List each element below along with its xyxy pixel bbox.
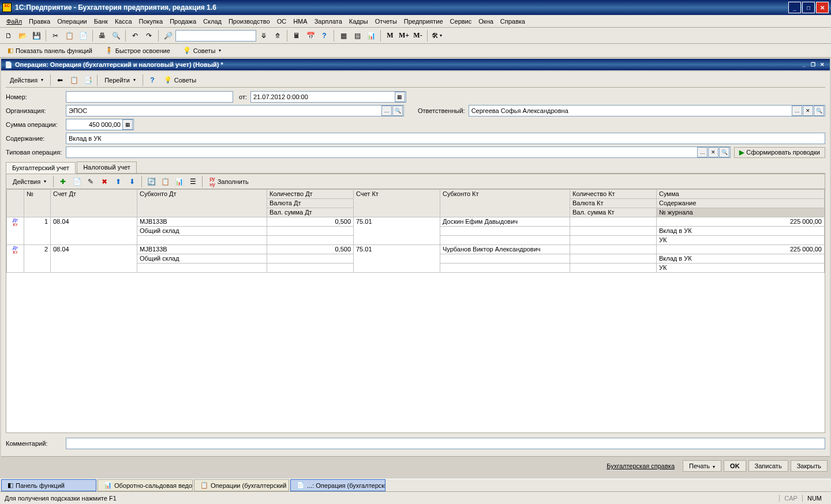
print-button[interactable]: Печать ▾ xyxy=(683,460,721,472)
grid-icon[interactable]: ▤ xyxy=(351,29,364,42)
sum-calc-icon[interactable]: ▦ xyxy=(122,119,133,130)
org-select-icon[interactable]: … xyxy=(381,106,392,116)
menu-service[interactable]: Сервис xyxy=(447,17,475,26)
redo-icon[interactable]: ↷ xyxy=(143,29,155,42)
print-icon[interactable]: 🖶 xyxy=(96,29,108,42)
quick-learn-button[interactable]: 🧍Быстрое освоение xyxy=(101,44,174,57)
col-vsum-kt[interactable]: Вал. сумма Кт xyxy=(570,208,657,217)
chart-icon[interactable]: 📊 xyxy=(365,29,377,42)
find-icon[interactable]: 🔎 xyxy=(162,29,174,42)
table-row[interactable]: ДтКт 2 08.04 MJB133B 0,500 75.01 Чурбано… xyxy=(7,245,825,254)
form-actions-button[interactable]: Действия▾ xyxy=(6,74,47,86)
undo-icon[interactable]: ↶ xyxy=(129,29,141,42)
col-journal[interactable]: № журнала xyxy=(657,208,825,217)
menu-salary[interactable]: Зарплата xyxy=(312,17,345,26)
copy-icon[interactable]: 📋 xyxy=(63,29,76,42)
date-picker-icon[interactable]: ▦ xyxy=(395,92,405,102)
search-combo[interactable] xyxy=(175,30,256,42)
save-icon[interactable]: 💾 xyxy=(30,29,43,42)
tab-accounting[interactable]: Бухгалтерский учет xyxy=(6,162,76,174)
calendar-icon[interactable]: 📅 xyxy=(304,29,317,42)
col-sub-dt[interactable]: Субконто Дт xyxy=(137,190,267,217)
typical-clear-icon[interactable]: ✕ xyxy=(708,147,718,157)
col-cur-kt[interactable]: Валюта Кт xyxy=(570,199,657,208)
col-cont[interactable]: Содержание xyxy=(657,199,825,208)
menu-staff[interactable]: Кадры xyxy=(346,17,371,26)
find-next-icon[interactable]: ⤋ xyxy=(257,29,270,42)
task-balance[interactable]: 📊 Оборотно-сальдовая ведом... xyxy=(98,479,193,491)
grid-filter-icon[interactable]: ☰ xyxy=(186,175,199,188)
doc-minimize-button[interactable]: _ xyxy=(800,61,808,69)
close-doc-button[interactable]: Закрыть xyxy=(791,460,828,472)
grid-down-icon[interactable]: ⬇ xyxy=(126,175,138,188)
org-lookup-icon[interactable]: 🔍 xyxy=(392,106,403,116)
maximize-button[interactable]: □ xyxy=(802,2,815,13)
find-prev-icon[interactable]: ⤊ xyxy=(271,29,284,42)
grid-actions-button[interactable]: Действия▾ xyxy=(9,175,50,188)
grid-settings-icon[interactable]: 📋 xyxy=(159,175,171,188)
menu-file[interactable]: Файл xyxy=(3,17,25,26)
grid-edit-icon[interactable]: ✎ xyxy=(84,175,97,188)
form-goto-button[interactable]: Перейти▾ xyxy=(100,74,140,86)
m-minus-icon[interactable]: M- xyxy=(411,29,424,42)
doc-restore-button[interactable]: ❐ xyxy=(809,61,817,69)
menu-edit[interactable]: Правка xyxy=(26,17,53,26)
task-operations[interactable]: 📋 Операции (бухгалтерский и... xyxy=(194,479,289,491)
form-tips-button[interactable]: 💡Советы xyxy=(160,74,200,86)
minimize-button[interactable]: _ xyxy=(788,2,801,13)
menu-cash[interactable]: Касса xyxy=(112,17,135,26)
m-plus-icon[interactable]: M+ xyxy=(398,29,410,42)
grid-add-icon[interactable]: ✚ xyxy=(57,175,69,188)
menu-production[interactable]: Производство xyxy=(226,17,273,26)
m-icon[interactable]: M xyxy=(384,29,396,42)
input-typical[interactable]: 🔍✕… xyxy=(66,146,731,158)
col-sub-kt[interactable]: Субконто Кт xyxy=(440,190,570,217)
menu-bank[interactable]: Банк xyxy=(91,17,111,26)
doc-close-button[interactable]: ✕ xyxy=(818,61,826,69)
input-resp[interactable]: Сергеева Софья Александровна🔍✕… xyxy=(469,105,825,116)
menu-sale[interactable]: Продажа xyxy=(167,17,199,26)
table-row[interactable]: ДтКт 1 08.04 MJB133B 0,500 75.01 Доскин … xyxy=(7,217,825,227)
menu-os[interactable]: ОС xyxy=(274,17,290,26)
menu-enterprise[interactable]: Предприятие xyxy=(401,17,446,26)
col-qty-dt[interactable]: Количество Дт xyxy=(267,190,354,199)
grid-delete-icon[interactable]: ✖ xyxy=(98,175,111,188)
grid-copy-icon[interactable]: 📄 xyxy=(70,175,83,188)
menu-operations[interactable]: Операции xyxy=(54,17,89,26)
grid-list-icon[interactable]: 📊 xyxy=(173,175,185,188)
typical-select-icon[interactable]: … xyxy=(697,147,708,157)
paste-icon[interactable]: 📄 xyxy=(77,29,89,42)
col-acc-kt[interactable]: Счет Кт xyxy=(354,190,440,217)
accounting-ref-link[interactable]: Бухгалтерская справка xyxy=(601,461,680,471)
menu-purchase[interactable]: Покупка xyxy=(136,17,166,26)
grid-up-icon[interactable]: ⬆ xyxy=(112,175,125,188)
new-doc-icon[interactable]: 🗋 xyxy=(2,29,15,42)
form-copy-icon[interactable]: 📑 xyxy=(81,74,94,86)
menu-warehouse[interactable]: Склад xyxy=(200,17,224,26)
resp-lookup-icon[interactable]: 🔍 xyxy=(814,106,824,116)
open-icon[interactable]: 📂 xyxy=(16,29,29,42)
preview-icon[interactable]: 🔍 xyxy=(110,29,122,42)
menu-windows[interactable]: Окна xyxy=(476,17,496,26)
grid-fill-button[interactable]: рунуЗаполнить xyxy=(205,175,253,188)
tips-button[interactable]: 💡Советы▾ xyxy=(179,44,225,57)
input-content[interactable]: Вклад в УК xyxy=(66,133,825,144)
form-help-icon[interactable]: ? xyxy=(146,74,159,86)
cut-icon[interactable]: ✂ xyxy=(49,29,62,42)
resp-clear-icon[interactable]: ✕ xyxy=(803,106,813,116)
col-cur-dt[interactable]: Валюта Дт xyxy=(267,199,354,208)
input-number[interactable] xyxy=(66,91,233,103)
input-org[interactable]: ЭПОС🔍… xyxy=(66,105,404,116)
col-n[interactable]: № xyxy=(24,190,51,217)
col-qty-kt[interactable]: Количество Кт xyxy=(570,190,657,199)
resp-select-icon[interactable]: … xyxy=(792,106,802,116)
calc-icon[interactable]: 🖩 xyxy=(290,29,303,42)
task-panel-func[interactable]: ◧ Панель функций xyxy=(1,479,96,491)
help-icon[interactable]: ? xyxy=(318,29,331,42)
generate-entries-button[interactable]: ▶Сформировать проводки xyxy=(734,147,825,158)
accounting-grid[interactable]: № Счет Дт Субконто Дт Количество Дт Счет… xyxy=(6,189,825,432)
save-button[interactable]: Записать xyxy=(748,460,788,472)
show-func-panel-button[interactable]: ◧Показать панель функций xyxy=(3,44,96,57)
task-operation-doc[interactable]: 📄 ...: Операция (бухгалтерски... xyxy=(290,479,385,491)
col-acc-dt[interactable]: Счет Дт xyxy=(51,190,137,217)
